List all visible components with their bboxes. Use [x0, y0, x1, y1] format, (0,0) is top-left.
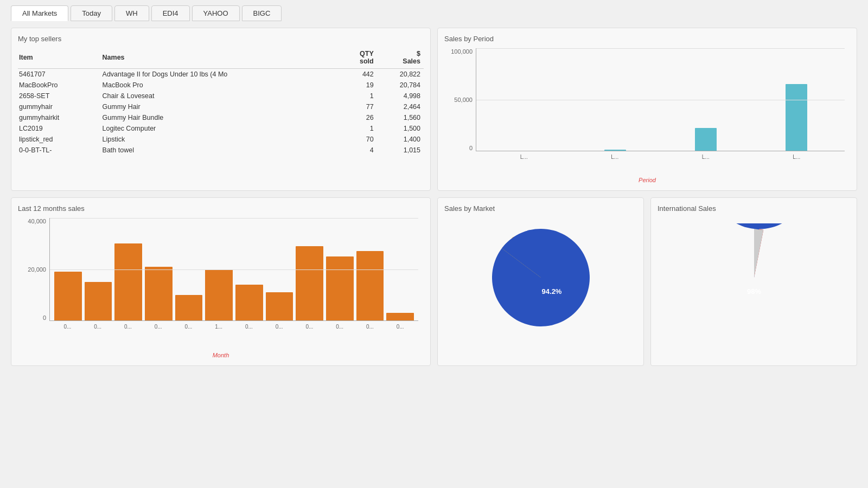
period-x-label: L... [578, 154, 653, 160]
month-bar [386, 313, 414, 320]
month-bar [266, 292, 293, 320]
cell-qty: 1 [343, 91, 377, 101]
cell-qty: 1 [343, 123, 377, 134]
cell-item: LC2019 [18, 123, 101, 134]
month-x-label: 0... [356, 324, 384, 330]
col-qty: QTYsold [343, 48, 377, 69]
dashboard: My top sellers Item Names QTYsold $Sales… [11, 28, 857, 366]
cell-qty: 70 [343, 134, 377, 145]
month-bar [356, 251, 384, 320]
sales-period-title: Sales by Period [444, 35, 850, 43]
cell-name: Chair & Loveseat [101, 91, 343, 101]
cell-item: lipstick_red [18, 134, 101, 145]
tab-all-markets[interactable]: All Markets [11, 5, 68, 21]
month-bar [175, 295, 203, 320]
month-bar [145, 267, 173, 320]
cell-sales: 1,500 [377, 123, 424, 134]
month-bar [235, 285, 263, 320]
intl-percent-label: 98% [746, 287, 761, 296]
month-bar [205, 269, 233, 321]
col-names: Names [101, 48, 343, 69]
period-bar [604, 150, 626, 151]
month-bar [85, 282, 112, 320]
col-item: Item [18, 48, 101, 69]
cell-qty: 442 [343, 69, 377, 80]
cell-sales: 2,464 [377, 101, 424, 112]
month-x-label: 1... [205, 324, 233, 330]
cell-sales: 20,822 [377, 69, 424, 80]
last12-title: Last 12 months sales [18, 204, 424, 213]
intl-pie-chart: 98% [700, 223, 808, 332]
tab-wh[interactable]: WH [114, 5, 149, 21]
period-x-label: L... [668, 154, 743, 160]
sales-period-panel: Sales by Period 100,000 50,000 0 [437, 28, 857, 191]
month-x-title: Month [213, 352, 229, 358]
cell-sales: 1,015 [377, 145, 424, 156]
month-bar [326, 256, 354, 320]
month-x-label: 0... [296, 324, 323, 330]
tab-yahoo[interactable]: YAHOO [192, 5, 240, 21]
cell-sales: 20,784 [377, 80, 424, 91]
tab-today[interactable]: Today [71, 5, 112, 21]
month-x-label: 0... [265, 324, 293, 330]
cell-qty: 77 [343, 101, 377, 112]
month-x-label: 0... [175, 324, 202, 330]
market-percent-label: 94.2% [541, 287, 561, 296]
cell-name: Advantage II for Dogs Under 10 lbs (4 Mo [101, 69, 343, 80]
y-label-50k: 50,000 [444, 97, 473, 103]
col-sales: $Sales [377, 48, 424, 69]
y12-label-40k: 40,000 [18, 218, 46, 224]
month-x-label: 0... [84, 324, 112, 330]
cell-item: 0-0-BT-TL- [18, 145, 101, 156]
cell-name: Gummy Hair Bundle [101, 112, 343, 123]
cell-name: MacBook Pro [101, 80, 343, 91]
cell-name: Gummy Hair [101, 101, 343, 112]
top-sellers-table-wrapper[interactable]: Item Names QTYsold $Sales 5461707 Advant… [18, 48, 424, 156]
sales-by-market-panel: Sales by Market 94.2% [437, 197, 644, 366]
cell-item: 5461707 [18, 69, 101, 80]
y-label-0: 0 [444, 145, 473, 151]
intl-pie-container: 98% [658, 218, 850, 337]
tab-edi4[interactable]: EDI4 [151, 5, 190, 21]
last12-panel: Last 12 months sales 40,000 20,000 0 0..… [11, 197, 431, 366]
cell-name: Logitec Computer [101, 123, 343, 134]
y12-label-20k: 20,000 [18, 266, 46, 273]
month-x-label: 0... [144, 324, 172, 330]
top-sellers-table: Item Names QTYsold $Sales 5461707 Advant… [18, 48, 424, 156]
cell-item: gummyhairkit [18, 112, 101, 123]
table-row: MacBookPro MacBook Pro 19 20,784 [18, 80, 424, 91]
cell-sales: 1,400 [377, 134, 424, 145]
period-x-title: Period [639, 177, 656, 183]
month-x-label: 0... [235, 324, 263, 330]
cell-item: 2658-SET [18, 91, 101, 101]
cell-name: Lipstick [101, 134, 343, 145]
table-row: 2658-SET Chair & Loveseat 1 4,998 [18, 91, 424, 101]
tab-bigc[interactable]: BIGC [242, 5, 282, 21]
cell-item: gummyhair [18, 101, 101, 112]
table-row: 0-0-BT-TL- Bath towel 4 1,015 [18, 145, 424, 156]
cell-name: Bath towel [101, 145, 343, 156]
month-x-label: 0... [54, 324, 81, 330]
top-sellers-title: My top sellers [18, 35, 424, 43]
table-row: gummyhairkit Gummy Hair Bundle 26 1,560 [18, 112, 424, 123]
intl-title: International Sales [658, 204, 850, 213]
market-pie-chart: 94.2% [487, 223, 595, 332]
month-bar [114, 243, 142, 320]
cell-item: MacBookPro [18, 80, 101, 91]
intl-sales-panel: International Sales 98% [650, 197, 857, 366]
table-row: gummyhair Gummy Hair 77 2,464 [18, 101, 424, 112]
cell-sales: 1,560 [377, 112, 424, 123]
market-title: Sales by Market [444, 204, 637, 213]
period-bar [695, 128, 717, 151]
period-x-label: L... [760, 154, 834, 160]
bottom-right-panels: Sales by Market 94.2% International Sale… [437, 197, 857, 366]
table-row: 5461707 Advantage II for Dogs Under 10 l… [18, 69, 424, 80]
top-sellers-panel: My top sellers Item Names QTYsold $Sales… [11, 28, 431, 191]
sales-period-chart: 100,000 50,000 0 L...L...L...L... Period [444, 48, 850, 184]
cell-qty: 19 [343, 80, 377, 91]
period-x-label: L... [487, 154, 561, 160]
y-label-100k: 100,000 [444, 48, 473, 55]
cell-qty: 26 [343, 112, 377, 123]
month-x-label: 0... [326, 324, 354, 330]
cell-sales: 4,998 [377, 91, 424, 101]
